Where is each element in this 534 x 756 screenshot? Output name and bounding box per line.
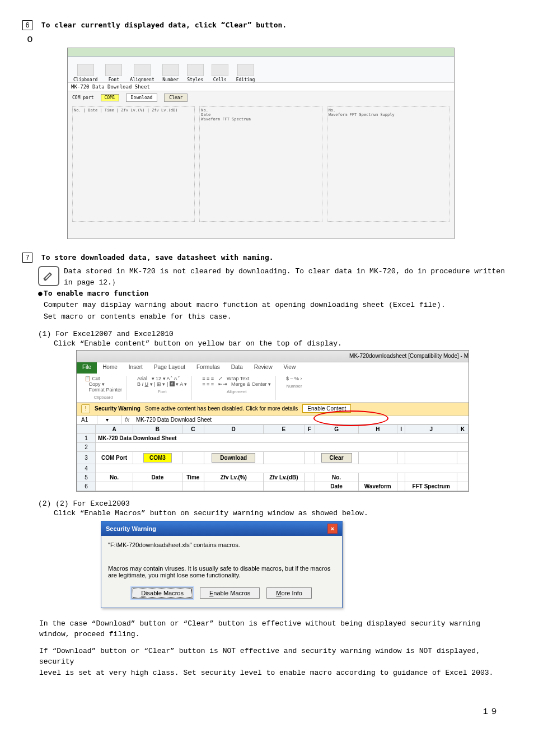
step-6-number: 6 [22,20,32,30]
excel-small-screenshot: MK-720downloadsheet [Compatibility Mode]… [76,350,469,492]
decor-circle: o [27,32,512,44]
data-grid-area: No. | Date | Time | Zfv Lv.(%) | Zfv Lv.… [68,104,454,224]
paste-icon [77,64,94,76]
tab-file[interactable]: File [77,362,97,374]
group-font: Arial ▾ 12 ▾ A˄ A˅ B I U ▾ | ⊞ ▾ | 🅰 ▾ A… [133,376,192,400]
es-title-text: MK-720downloadsheet [Compatibility Mode]… [349,353,469,359]
step-7: 7 To store downloaded data, save datashe… [22,253,512,263]
clear-button-big[interactable]: Clear [164,94,188,102]
styles-icon [187,64,204,76]
secwin-title-text: Security Warning [106,525,156,532]
excel-ribbon: Clipboard Font Alignment Number Styles C… [68,57,454,83]
ex2-head: (2) (2) For Excel2003 [38,500,512,508]
step-7-text: To store downloaded data, save datasheet… [41,253,274,262]
clear-button-small[interactable]: Clear [321,453,352,463]
es-titlebar: MK-720downloadsheet [Compatibility Mode]… [77,351,469,362]
closing-p2: If “Download” button or “Clear” button i… [39,646,495,668]
sheet-title: MK-720 Data Download Sheet [96,433,469,442]
download-button-small[interactable]: Download [212,453,255,463]
excel-menubar [68,48,454,57]
macro-heading: To enable macro function [38,289,512,297]
note-line1: Data stored in MK-720 is not cleared by … [64,267,505,276]
tab-view[interactable]: View [278,362,302,374]
tab-pagelayout[interactable]: Page Layout [148,362,191,374]
ex1-head: (1) For Excel2007 and Excel2010 [38,330,512,338]
com-port-value: COM1 [101,94,119,101]
tab-data[interactable]: Data [226,362,249,374]
formula-bar[interactable]: MK-720 Data Download Sheet [133,416,215,424]
step-6: 6 To clear currently displayed data, cli… [22,20,512,30]
tab-home[interactable]: Home [97,362,123,374]
macro-para1: Computer may display warning about macro… [44,300,512,311]
macro-para2: Set macro or contents enable for this ca… [44,311,512,323]
enable-macros-button[interactable]: Enable Macros [200,587,260,599]
data-col-left: No. | Date | Time | Zfv Lv.(%) | Zfv Lv.… [72,106,195,222]
secwin-titlebar: Security Warning × [101,521,342,536]
disable-macros-button[interactable]: Disable Macros [132,587,193,599]
closing-p1: In the case “Download” button or “Clear”… [39,618,495,640]
data-col-mid: No.DateWaveform FFT Spectrum [199,106,322,222]
note-row: Data stored in MK-720 is not cleared by … [38,266,512,288]
more-info-button[interactable]: More Info [266,587,311,599]
group-alignment: ≡ ≡ ≡ ⤢ Wrap Text ≡ ≡ ≡ ⇤⇥ Merge & Cente… [198,376,276,400]
warn-label: Security Warning [95,405,140,412]
warn-msg: Some active content has been disabled. C… [145,405,298,412]
step-6-text: To clear currently displayed data, click… [41,21,287,29]
ex2-sub: Click “Enable Macros” button on security… [54,509,512,517]
name-box[interactable]: A1 [77,416,97,424]
es-ribbon: 📋 Cut Copy ▾ Format Painter Clipboard Ar… [77,374,469,403]
number-icon [162,64,179,76]
editing-icon [237,64,254,76]
tab-insert[interactable]: Insert [123,362,148,374]
fx-icon: fx [121,416,133,424]
warning-icon: ! [81,404,90,413]
cells-icon [212,64,228,76]
name-box-row: A1 ▾ fx MK-720 Data Download Sheet [77,416,469,424]
closing-p3: level is set at very high class. Set sec… [39,668,495,679]
sheet-title-cell: MK-720 Data Download Sheet [68,83,454,91]
group-number: $ – % › Number [282,376,307,400]
pencil-note-icon [38,266,59,286]
download-button-big[interactable]: Download [126,94,158,102]
close-icon[interactable]: × [327,524,338,534]
secwin-path: "F:\MK-720downloadsheet.xls" contains ma… [108,542,335,548]
com-port-label-small: COM Port [96,451,133,464]
note-text: Data stored in MK-720 is not cleared by … [64,266,512,288]
data-col-right: No.Waveform FFT Spectrum Supply [327,106,449,222]
es-grid: ABC DEF GHI JK 1MK-720 Data Download She… [77,424,469,491]
sheet-controls-row: COM port COM1 Download Clear [68,91,454,104]
secwin-msg: Macros may contain viruses. It is usuall… [108,565,335,578]
security-warning-bar: ! Security Warning Some active content h… [77,403,469,416]
enable-content-button[interactable]: Enable Content [302,404,351,413]
com-port-value-small: COM3 [143,453,172,463]
align-icon [134,64,151,76]
tab-review[interactable]: Review [249,362,278,374]
secwin-buttons: Disable Macros Enable Macros More Info [108,587,335,599]
secwin-body: "F:\MK-720downloadsheet.xls" contains ma… [101,536,342,608]
security-warning-window: Security Warning × "F:\MK-720downloadshe… [101,521,343,608]
excel-2010-screenshot: Clipboard Font Alignment Number Styles C… [67,48,455,239]
ex1-sub: Click “Enable content” button on yellow … [54,339,512,348]
note-line2: in page 12.） [64,278,119,287]
font-icon [105,64,122,76]
com-port-label: COM port [72,95,94,100]
page-number: １９ [22,706,512,717]
tab-formulas[interactable]: Formulas [191,362,226,374]
step-7-number: 7 [22,253,32,263]
es-tabs: File Home Insert Page Layout Formulas Da… [77,362,469,374]
group-clipboard: 📋 Cut Copy ▾ Format Painter Clipboard [80,376,127,400]
